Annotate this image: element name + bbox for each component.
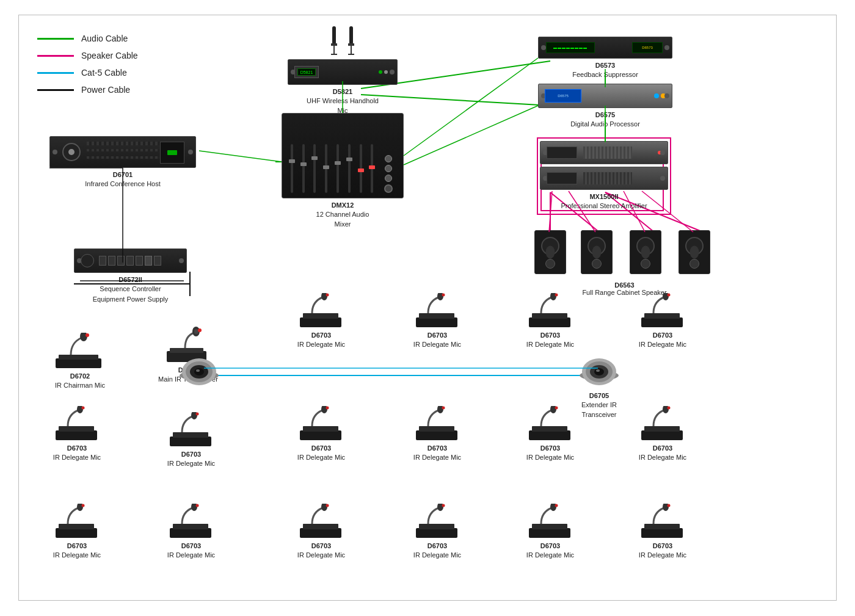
svg-rect-42 <box>300 317 341 327</box>
device-d6703-r2-4: D6703 IR Delegate Mic <box>413 406 462 463</box>
svg-point-65 <box>196 413 199 416</box>
d6701-label: D6701 Infrared Conference Host <box>85 170 161 189</box>
svg-rect-94 <box>416 528 457 538</box>
speaker-1-image <box>534 230 566 274</box>
d6703-r3-1-label: D6703 IR Delegate Mic <box>53 542 101 560</box>
legend-power-cable: Power Cable <box>37 85 138 95</box>
svg-rect-58 <box>56 430 97 440</box>
delegate-mic-r3-3 <box>297 504 346 539</box>
d6573-image: ▬▬▬▬▬▬▬▬ D6573 <box>538 37 672 59</box>
svg-rect-66 <box>300 430 341 440</box>
d6572-label: D6572II Sequence Controller <box>100 275 161 294</box>
svg-point-35 <box>596 369 600 372</box>
device-mx1500: MX1500II Professional Stereo Amplifier <box>540 141 668 211</box>
svg-rect-79 <box>644 426 680 432</box>
svg-rect-47 <box>419 313 454 319</box>
svg-point-77 <box>555 407 558 410</box>
device-dmx12: DMX12 12 Channel Audio Mixer <box>282 113 404 229</box>
svg-point-57 <box>668 294 671 297</box>
svg-rect-74 <box>529 430 570 440</box>
d6572-image <box>74 248 187 273</box>
device-d6705: D6705 Extender IR Transceiver <box>575 350 624 419</box>
d6703-r1-2-label: D6703 IR Delegate Mic <box>413 331 461 350</box>
svg-rect-78 <box>641 430 683 440</box>
device-d6703-r3-2: D6703 IR Delegate Mic <box>167 504 216 560</box>
power-cable-label: Power Cable <box>81 85 130 95</box>
svg-rect-82 <box>56 528 97 538</box>
d6705-image <box>575 350 624 389</box>
svg-rect-87 <box>173 524 208 529</box>
speaker-2-image <box>581 230 613 274</box>
svg-rect-59 <box>59 426 94 432</box>
svg-point-81 <box>668 407 671 410</box>
svg-point-61 <box>82 407 85 410</box>
mic-icon-2 <box>346 26 357 57</box>
delegate-mic-3 <box>526 293 575 328</box>
d6704-camera-svg <box>175 350 224 386</box>
cat5-cable-label: Cat-5 Cable <box>81 68 127 78</box>
svg-rect-18 <box>348 43 354 46</box>
svg-rect-17 <box>349 26 353 45</box>
d6704-cam-image <box>175 350 224 389</box>
delegate-mic-r3-2 <box>167 504 216 539</box>
d6573-label: D6573 Feedback Suppressor <box>572 61 638 80</box>
delegate-mic-r2-4 <box>413 406 462 441</box>
d6703-r3-6-label: D6703 IR Delegate Mic <box>639 542 686 560</box>
power-cable-line <box>37 89 74 91</box>
d6575-label: D6575 Digital Audio Processor <box>570 111 640 129</box>
svg-rect-102 <box>641 528 683 538</box>
device-d6703-r2-3: D6703 IR Delegate Mic <box>297 406 346 463</box>
device-d6703-r1-3: D6703 IR Delegate Mic <box>526 293 575 350</box>
d6705-label: D6705 Extender IR Transceiver <box>581 391 617 419</box>
svg-point-25 <box>198 328 202 332</box>
device-d6703-r1-1: D6703 IR Delegate Mic <box>297 293 346 350</box>
audio-cable-label: Audio Cable <box>81 34 128 43</box>
svg-point-85 <box>82 504 85 507</box>
svg-rect-24 <box>194 329 198 334</box>
cat5-cable-line <box>37 72 74 74</box>
mx1500-label: MX1500II Professional Stereo Amplifier <box>561 192 647 211</box>
svg-rect-46 <box>416 317 457 327</box>
device-d6703-r2-2: D6703 IR Delegate Mic <box>167 412 216 469</box>
svg-point-34 <box>594 368 604 375</box>
d5821-mics <box>329 26 357 57</box>
device-d6563-2 <box>581 230 613 274</box>
svg-rect-51 <box>532 313 567 319</box>
device-d6572: D6572II Sequence Controller Equipment Po… <box>74 248 187 303</box>
svg-point-93 <box>326 504 329 507</box>
device-d6563-1 <box>534 230 566 274</box>
device-d6703-r3-5: D6703 IR Delegate Mic <box>526 504 575 560</box>
d6703-r2-3-label: D6703 IR Delegate Mic <box>297 444 345 463</box>
device-d6573: ▬▬▬▬▬▬▬▬ D6573 D6573 Feedback Suppressor <box>538 37 672 80</box>
svg-rect-95 <box>419 524 454 529</box>
svg-rect-14 <box>331 43 337 46</box>
device-d5821: D5821 D5821 UHF Wireless Handhold Mic <box>288 26 398 115</box>
speaker-3-image <box>630 230 661 274</box>
svg-line-118 <box>199 151 282 162</box>
svg-point-97 <box>442 504 445 507</box>
device-d6703-r2-1: D6703 IR Delegate Mic <box>53 406 101 463</box>
device-d6702: D6702 IR Chairman Mic <box>53 333 107 391</box>
mx1500-group: MX1500II Professional Stereo Amplifier <box>537 137 671 215</box>
svg-point-101 <box>555 504 558 507</box>
legend-speaker-cable: Speaker Cable <box>37 51 138 60</box>
delegate-mic-2 <box>413 293 462 328</box>
speaker-cable-label: Speaker Cable <box>81 51 138 60</box>
delegate-mic-r3-6 <box>638 504 687 539</box>
speaker-4-image <box>679 230 710 274</box>
svg-point-40 <box>194 368 204 375</box>
d6703-r2-2-label: D6703 IR Delegate Mic <box>167 450 215 469</box>
svg-rect-27 <box>59 355 98 360</box>
d6703-r3-2-label: D6703 IR Delegate Mic <box>167 542 215 560</box>
delegate-mic-r3-4 <box>413 504 462 539</box>
delegate-mic-r2-6 <box>638 406 687 441</box>
svg-rect-54 <box>641 317 683 327</box>
device-d6703-r2-5: D6703 IR Delegate Mic <box>526 406 575 463</box>
device-d6701: D6701 Infrared Conference Host <box>49 136 196 189</box>
svg-point-41 <box>196 369 200 372</box>
device-d6703-r3-6: D6703 IR Delegate Mic <box>638 504 687 560</box>
svg-rect-90 <box>300 528 341 538</box>
svg-point-29 <box>86 333 89 337</box>
delegate-mic-4 <box>638 293 687 328</box>
d6575-image: D6575 <box>538 84 672 108</box>
